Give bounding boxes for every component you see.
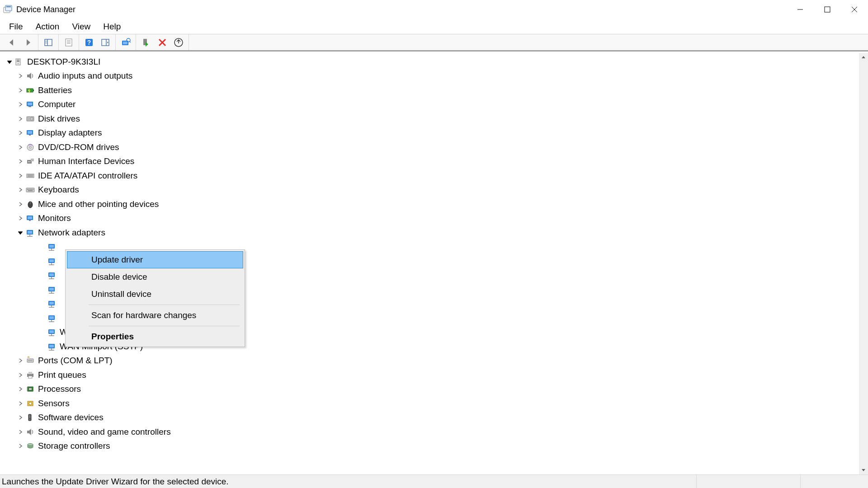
sensor-icon — [25, 399, 35, 408]
svg-point-46 — [28, 161, 29, 162]
svg-point-101 — [28, 360, 29, 361]
svg-rect-118 — [29, 415, 30, 418]
chevron-down-icon[interactable] — [5, 58, 14, 66]
show-hide-console-tree-button[interactable] — [41, 36, 56, 49]
svg-rect-1 — [5, 5, 12, 11]
tree-category[interactable]: Print queues — [0, 368, 859, 382]
help-button[interactable]: ? — [81, 36, 97, 49]
tree-category[interactable]: Audio inputs and outputs — [0, 69, 859, 84]
svg-rect-73 — [49, 259, 54, 262]
context-uninstall-device[interactable]: Uninstall device — [67, 286, 243, 303]
action-pane-button[interactable] — [98, 36, 113, 49]
context-disable-device[interactable]: Disable device — [67, 268, 243, 286]
svg-rect-69 — [49, 245, 54, 248]
status-text: Launches the Update Driver Wizard for th… — [2, 477, 696, 487]
svg-point-119 — [29, 419, 30, 420]
scroll-down-icon[interactable] — [859, 465, 868, 474]
menu-help[interactable]: Help — [98, 20, 126, 33]
tree-category-label: Mice and other pointing devices — [38, 199, 159, 209]
chevron-down-icon[interactable] — [16, 229, 24, 237]
menu-file[interactable]: File — [4, 20, 28, 33]
chevron-right-icon[interactable] — [16, 100, 24, 108]
minimize-button[interactable] — [787, 0, 814, 19]
tree-category[interactable]: Computer — [0, 98, 859, 112]
svg-rect-97 — [49, 345, 54, 347]
svg-rect-28 — [17, 60, 19, 61]
printer-icon — [25, 371, 35, 379]
close-button[interactable] — [841, 0, 868, 19]
tree-category[interactable]: Processors — [0, 382, 859, 397]
network-adapter-icon — [47, 300, 57, 308]
maximize-button[interactable] — [814, 0, 841, 19]
tree-category[interactable]: Disk drives — [0, 112, 859, 126]
chevron-right-icon[interactable] — [16, 428, 24, 436]
tree-category[interactable]: Network adapters — [0, 225, 859, 240]
tree-category[interactable]: Keyboards — [0, 183, 859, 197]
chevron-right-icon[interactable] — [16, 214, 24, 222]
properties-button[interactable] — [61, 36, 76, 49]
scroll-up-icon[interactable] — [859, 53, 868, 62]
chevron-right-icon[interactable] — [16, 143, 24, 151]
vertical-scrollbar[interactable] — [859, 53, 868, 474]
svg-rect-93 — [49, 330, 54, 333]
tree-category[interactable]: Human Interface Devices — [0, 155, 859, 169]
tree-category[interactable]: Storage controllers — [0, 439, 859, 454]
network-adapter-icon — [47, 257, 57, 265]
titlebar: Device Manager — [0, 0, 868, 19]
svg-rect-29 — [17, 61, 19, 62]
tree-category-label: Sensors — [38, 399, 70, 408]
tree-category[interactable]: Display adapters — [0, 126, 859, 141]
chevron-right-icon[interactable] — [16, 442, 24, 450]
tree-category[interactable]: Sound, video and game controllers — [0, 425, 859, 439]
tree-category-label: Network adapters — [38, 228, 105, 238]
context-scan-hardware[interactable]: Scan for hardware changes — [67, 307, 243, 324]
network-adapter-icon — [47, 271, 57, 279]
chevron-right-icon[interactable] — [16, 399, 24, 408]
chevron-right-icon[interactable] — [16, 371, 24, 379]
tree-category[interactable]: Mice and other pointing devices — [0, 197, 859, 211]
chevron-right-icon[interactable] — [16, 115, 24, 123]
svg-rect-106 — [28, 376, 32, 378]
back-button[interactable] — [4, 36, 19, 49]
chevron-right-icon[interactable] — [16, 385, 24, 393]
tree-category[interactable]: DVD/CD-ROM drives — [0, 140, 859, 155]
chevron-right-icon[interactable] — [16, 413, 24, 422]
tree-category-label: Sound, video and game controllers — [38, 427, 171, 437]
chevron-right-icon[interactable] — [16, 157, 24, 165]
menu-view[interactable]: View — [66, 20, 96, 33]
context-menu: Update driver Disable device Uninstall d… — [65, 249, 245, 347]
svg-point-120 — [28, 444, 33, 446]
tree-category-label: Disk drives — [38, 114, 80, 124]
tree-category[interactable]: Ports (COM & LPT) — [0, 354, 859, 368]
svg-rect-58 — [28, 190, 33, 191]
svg-point-43 — [29, 146, 31, 148]
context-properties[interactable]: Properties — [67, 328, 243, 345]
disable-device-button[interactable] — [155, 36, 170, 49]
tree-category[interactable]: Batteries — [0, 83, 859, 98]
svg-point-102 — [30, 360, 31, 361]
tree-category[interactable]: Monitors — [0, 211, 859, 226]
svg-rect-65 — [28, 231, 32, 234]
scan-hardware-button[interactable] — [118, 36, 133, 49]
enable-device-button[interactable] — [138, 36, 154, 49]
forward-button[interactable] — [20, 36, 36, 49]
chevron-right-icon[interactable] — [16, 129, 24, 137]
tree-category[interactable]: Software devices — [0, 411, 859, 425]
update-driver-button[interactable] — [171, 36, 186, 49]
tree-root[interactable]: DESKTOP-9K3I3LI — [0, 55, 859, 69]
chevron-right-icon[interactable] — [16, 72, 24, 80]
chevron-right-icon[interactable] — [16, 186, 24, 194]
chevron-right-icon[interactable] — [16, 200, 24, 208]
network-adapter-icon — [47, 243, 57, 251]
tree-category[interactable]: Sensors — [0, 396, 859, 411]
tree-category-label: DVD/CD-ROM drives — [38, 142, 119, 152]
chevron-right-icon[interactable] — [16, 357, 24, 365]
cpu-icon — [25, 385, 35, 393]
svg-rect-105 — [28, 372, 32, 374]
menu-action[interactable]: Action — [30, 20, 65, 33]
context-update-driver[interactable]: Update driver — [67, 251, 243, 268]
tree-category[interactable]: IDE ATA/ATAPI controllers — [0, 169, 859, 183]
chevron-right-icon[interactable] — [16, 172, 24, 180]
chevron-right-icon[interactable] — [16, 86, 24, 94]
svg-point-47 — [29, 161, 30, 162]
